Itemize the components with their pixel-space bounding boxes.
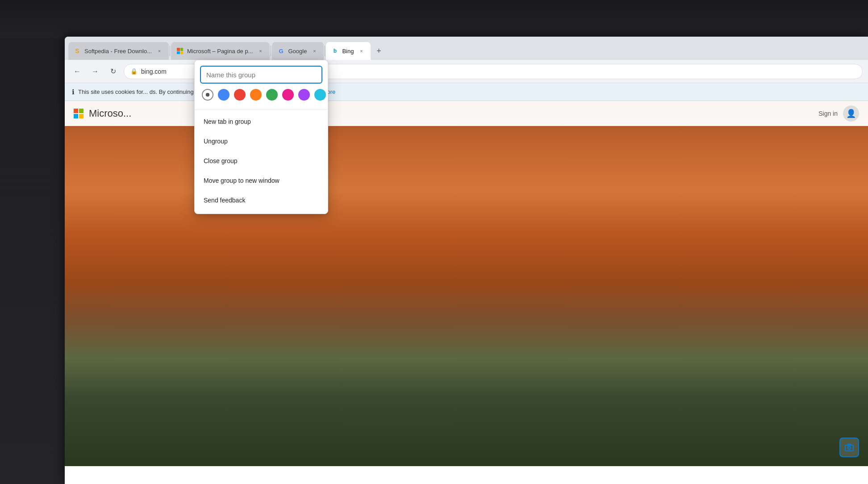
tab-softpedia-title: Softpedia - Free Downlo...	[84, 48, 152, 55]
menu-item-close-group[interactable]: Close group	[195, 151, 328, 171]
tab-google-title: Google	[288, 48, 307, 55]
new-tab-button[interactable]: +	[371, 44, 386, 58]
menu-divider-1	[195, 109, 328, 110]
refresh-button[interactable]: ↻	[106, 64, 120, 79]
color-red[interactable]	[234, 89, 246, 101]
color-none[interactable]	[202, 89, 213, 101]
tab-microsoft-close[interactable]: ×	[256, 47, 264, 55]
browser-window: S Softpedia - Free Downlo... × Microsoft…	[65, 37, 868, 484]
menu-item-move-group-new-window[interactable]: Move group to new window	[195, 171, 328, 190]
sign-in-button[interactable]: Sign in	[818, 110, 838, 117]
page-body: ℹ This site uses cookies for... ds. By c…	[65, 83, 868, 466]
tab-bing[interactable]: b Bing ×	[326, 42, 371, 60]
color-picker-row	[195, 89, 328, 108]
tab-bing-title: Bing	[342, 48, 354, 55]
menu-item-send-feedback[interactable]: Send feedback	[195, 190, 328, 210]
color-purple[interactable]	[298, 89, 310, 101]
bing-favicon: b	[331, 47, 338, 55]
cookie-notice: ℹ This site uses cookies for... ds. By c…	[65, 83, 868, 101]
ms-header-right: Sign in 👤	[818, 105, 859, 122]
lock-icon: 🔒	[130, 68, 138, 75]
tab-separator-1	[170, 46, 170, 56]
google-favicon: G	[277, 47, 284, 55]
ms-brand-name: Microso...	[89, 108, 131, 119]
svg-rect-0	[845, 445, 853, 451]
scenic-background	[65, 83, 868, 466]
forward-button[interactable]: →	[88, 64, 102, 79]
tab-separator-2	[271, 46, 271, 56]
name-input-wrap	[200, 66, 322, 84]
user-avatar[interactable]: 👤	[843, 105, 859, 122]
camera-icon-button[interactable]	[839, 438, 859, 457]
menu-item-new-tab-in-group[interactable]: New tab in group	[195, 112, 328, 131]
softpedia-favicon: S	[74, 47, 81, 55]
dark-top	[0, 0, 868, 38]
menu-item-ungroup[interactable]: Ungroup	[195, 131, 328, 151]
tab-bar: S Softpedia - Free Downlo... × Microsoft…	[65, 37, 868, 60]
color-teal[interactable]	[314, 89, 326, 101]
group-name-input[interactable]	[200, 66, 322, 84]
tab-google-close[interactable]: ×	[310, 47, 318, 55]
tab-softpedia[interactable]: S Softpedia - Free Downlo... ×	[68, 42, 169, 60]
color-blue[interactable]	[218, 89, 230, 101]
tab-microsoft-title: Microsoft – Pagina de p...	[187, 48, 253, 55]
tab-softpedia-close[interactable]: ×	[155, 47, 163, 55]
dark-left-panel	[0, 0, 65, 484]
back-button[interactable]: ←	[70, 64, 84, 79]
tab-bing-close[interactable]: ×	[357, 47, 365, 55]
tab-google[interactable]: G Google ×	[272, 42, 324, 60]
address-bar-row: ← → ↻ 🔒 bing.com	[65, 60, 868, 83]
ms-header: Microso... Sign in 👤	[65, 101, 868, 126]
svg-point-1	[848, 446, 851, 449]
context-menu: New tab in group Ungroup Close group Mov…	[194, 60, 328, 214]
color-green[interactable]	[266, 89, 278, 101]
tab-microsoft[interactable]: Microsoft – Pagina de p... ×	[171, 42, 270, 60]
microsoft-favicon	[176, 47, 184, 55]
tab-separator-3	[325, 46, 325, 56]
color-pink[interactable]	[282, 89, 294, 101]
color-orange[interactable]	[250, 89, 262, 101]
ms-logo	[74, 109, 83, 118]
